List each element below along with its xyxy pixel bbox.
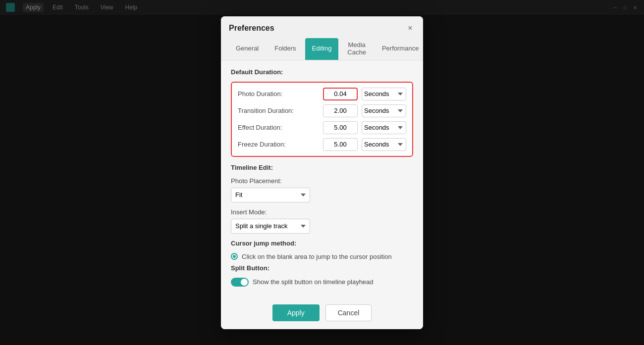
effect-duration-input[interactable] <box>323 121 358 134</box>
default-duration-title: Default Duration: <box>231 68 413 76</box>
freeze-duration-label: Freeze Duration: <box>238 141 323 148</box>
dialog-body: Default Duration: Photo Duration: Second… <box>221 60 423 298</box>
photo-duration-label: Photo Duration: <box>238 90 323 98</box>
timeline-edit-title: Timeline Edit: <box>231 164 413 171</box>
preferences-dialog: Preferences × General Folders Editing Me… <box>221 16 423 329</box>
tab-editing[interactable]: Editing <box>305 38 339 60</box>
cursor-jump-label: Click on the blank area to jump to the c… <box>242 253 392 260</box>
timeline-edit-section: Timeline Edit: Photo Placement: Fit Crop… <box>231 164 413 234</box>
photo-placement-label: Photo Placement: <box>231 177 413 185</box>
effect-duration-unit[interactable]: Seconds <box>362 121 406 134</box>
effect-duration-row: Effect Duration: Seconds <box>238 121 406 134</box>
freeze-duration-unit[interactable]: Seconds <box>362 138 406 151</box>
dialog-footer: Apply Cancel <box>221 298 423 329</box>
freeze-duration-row: Freeze Duration: Seconds <box>238 138 406 151</box>
insert-mode-select[interactable]: Split a single track Split all tracks In… <box>231 219 310 234</box>
tab-media-cache[interactable]: Media Cache <box>340 38 373 60</box>
cancel-button[interactable]: Cancel <box>325 304 372 321</box>
split-button-title: Split Button: <box>231 264 413 272</box>
freeze-duration-input[interactable] <box>323 138 358 151</box>
photo-duration-unit[interactable]: Seconds <box>362 88 406 100</box>
duration-box: Photo Duration: Seconds Transition Durat… <box>231 82 413 157</box>
toggle-slider <box>231 278 249 287</box>
effect-duration-label: Effect Duration: <box>238 124 323 131</box>
tab-general[interactable]: General <box>229 38 266 60</box>
radio-circle <box>231 253 238 260</box>
insert-mode-group: Insert Mode: Split a single track Split … <box>231 208 413 234</box>
transition-duration-label: Transition Duration: <box>238 107 323 114</box>
tabs-container: General Folders Editing Media Cache Perf… <box>221 33 423 60</box>
transition-duration-row: Transition Duration: Seconds <box>238 104 406 117</box>
cursor-jump-option[interactable]: Click on the blank area to jump to the c… <box>231 253 413 260</box>
photo-placement-select[interactable]: Fit Crop Pan & Zoom <box>231 188 310 202</box>
photo-duration-input[interactable] <box>323 88 358 100</box>
dialog-header: Preferences × <box>221 16 423 33</box>
app-background: Apply Edit Tools View Help ─ □ ✕ Prefere… <box>0 0 644 345</box>
close-button[interactable]: × <box>405 23 415 33</box>
split-button-toggle[interactable] <box>231 278 249 287</box>
modal-overlay: Preferences × General Folders Editing Me… <box>0 0 644 345</box>
transition-duration-input[interactable] <box>323 104 358 117</box>
apply-button[interactable]: Apply <box>272 304 320 321</box>
transition-duration-unit[interactable]: Seconds <box>362 104 406 117</box>
radio-inner <box>233 255 236 258</box>
photo-duration-row: Photo Duration: Seconds <box>238 88 406 100</box>
split-button-label: Show the split button on timeline playhe… <box>253 278 374 286</box>
photo-placement-group: Photo Placement: Fit Crop Pan & Zoom <box>231 177 413 202</box>
cursor-jump-title: Cursor jump method: <box>231 240 413 247</box>
dialog-title: Preferences <box>229 24 274 33</box>
split-button-section: Split Button: Show the split button on t… <box>231 264 413 287</box>
tab-performance[interactable]: Performance <box>375 38 423 60</box>
insert-mode-label: Insert Mode: <box>231 208 413 216</box>
split-button-option: Show the split button on timeline playhe… <box>231 278 413 287</box>
tab-folders[interactable]: Folders <box>268 38 303 60</box>
cursor-jump-section: Cursor jump method: Click on the blank a… <box>231 240 413 260</box>
